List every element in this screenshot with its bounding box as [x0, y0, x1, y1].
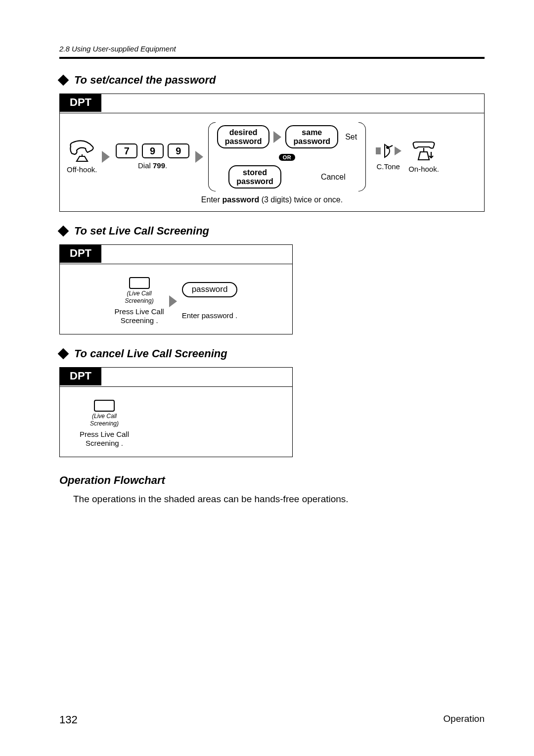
- pill-stored-password: storedpassword: [228, 165, 281, 189]
- footer-label: Operation: [444, 713, 485, 726]
- page-number: 132: [59, 713, 78, 726]
- press-lcs-caption: Press Live CallScreening .: [80, 430, 129, 448]
- arrow-icon: [195, 151, 203, 163]
- arrow-icon: [273, 131, 281, 143]
- step-press-lcs: (Live CallScreening) Press Live CallScre…: [115, 277, 164, 325]
- password-note: Enter password (3 digits) twice or once.: [60, 195, 484, 211]
- btn-lcs-label: (Live CallScreening): [125, 290, 154, 304]
- diamond-icon: [58, 226, 69, 237]
- offhook-label: Off-hook.: [67, 165, 97, 174]
- ctone-label: C.Tone: [376, 162, 400, 171]
- set-label: Set: [345, 133, 357, 142]
- btn-lcs-label: (Live CallScreening): [90, 413, 119, 427]
- dpt-tab: DPT: [60, 245, 101, 263]
- dpt-tab: DPT: [60, 368, 101, 385]
- arrow-icon: [169, 295, 177, 307]
- section-set-lcs: To set Live Call Screening: [59, 225, 485, 237]
- arrow-icon: [102, 151, 110, 163]
- press-lcs-caption: Press Live CallScreening .: [115, 307, 164, 325]
- key-9: 9: [142, 143, 164, 158]
- button-shape-icon: [94, 400, 115, 412]
- section-title-text: To set Live Call Screening: [74, 225, 209, 237]
- flowchart-password: DPT Off-hook. 7 9 9 Dial 799.: [59, 94, 485, 212]
- button-shape-icon: [129, 277, 150, 289]
- pill-password: password: [182, 282, 238, 297]
- header-rule: [59, 57, 485, 59]
- bracket-left-icon: [208, 122, 216, 191]
- pill-desired-password: desiredpassword: [217, 125, 270, 148]
- dial-label: Dial 799.: [138, 161, 167, 170]
- page-footer: 132 Operation: [59, 713, 485, 726]
- step-off-hook: Off-hook.: [67, 140, 97, 174]
- step-on-hook: On-hook.: [408, 140, 439, 174]
- pill-same-password: samepassword: [285, 125, 338, 148]
- step-enter-password: password Enter password .: [182, 282, 238, 320]
- diamond-icon: [58, 75, 69, 86]
- step-press-lcs: (Live CallScreening) Press Live CallScre…: [80, 400, 129, 448]
- svg-rect-1: [376, 147, 381, 154]
- onhook-label: On-hook.: [408, 165, 439, 174]
- step-dial-799: 7 9 9 Dial 799.: [115, 143, 190, 170]
- flowchart-note: The operations in the shaded areas can b…: [73, 494, 485, 505]
- ctone-icon: [375, 142, 401, 159]
- diamond-icon: [58, 348, 69, 360]
- section-title-text: Operation Flowchart: [59, 474, 165, 487]
- flowchart-set-lcs: DPT (Live CallScreening) Press Live Call…: [59, 244, 293, 334]
- cancel-label: Cancel: [321, 173, 346, 182]
- section-title-text: To set/cancel the password: [74, 74, 216, 87]
- section-set-cancel-password: To set/cancel the password: [59, 74, 485, 87]
- flowchart-cancel-lcs: DPT (Live CallScreening) Press Live Call…: [59, 367, 293, 457]
- section-title-text: To cancel Live Call Screening: [74, 347, 227, 360]
- section-cancel-lcs: To cancel Live Call Screening: [59, 347, 485, 360]
- dpt-tab: DPT: [60, 94, 101, 112]
- key-7: 7: [116, 143, 137, 158]
- offhook-icon: [68, 140, 96, 162]
- or-badge: OR: [279, 154, 296, 161]
- page-header: 2.8 Using User-supplied Equipment: [59, 45, 485, 53]
- section-operation-flowchart: Operation Flowchart: [59, 474, 485, 487]
- key-9b: 9: [168, 143, 189, 158]
- bracket-right-icon: [358, 122, 366, 191]
- step-ctone: C.Tone: [375, 142, 401, 171]
- onhook-icon: [409, 140, 438, 162]
- enter-password-caption: Enter password .: [182, 311, 238, 320]
